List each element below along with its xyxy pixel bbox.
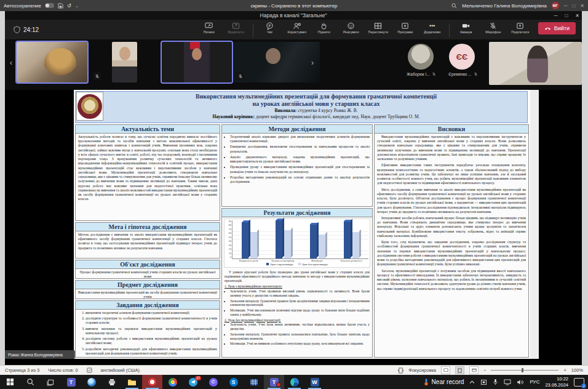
taskbar-printer-icon[interactable]: [101, 375, 122, 389]
taskbar-weather-widget[interactable]: Near record: [424, 378, 464, 386]
snip-tray-icon[interactable]: [480, 379, 487, 385]
apps-button[interactable]: Програми: [392, 22, 418, 34]
video-tile-2[interactable]: [112, 42, 137, 82]
taskbar-spreadsheet-icon[interactable]: [244, 375, 264, 389]
chat-button[interactable]: Чат: [257, 22, 283, 34]
proofing-icon[interactable]: [87, 367, 92, 374]
video-tile-1[interactable]: [17, 42, 87, 82]
teams-maximize-icon[interactable]: □: [565, 13, 568, 18]
raise-hand-button[interactable]: Підняти: [311, 22, 337, 34]
teams-close-icon[interactable]: ✕: [575, 13, 579, 18]
scroll-right-chevron-icon[interactable]: ›: [311, 59, 314, 66]
camera-button[interactable]: Камера: [453, 22, 479, 34]
close-icon[interactable]: ✕: [580, 3, 584, 9]
more-button[interactable]: ••• Додатково: [419, 22, 445, 34]
ribbon-more-icon[interactable]: ⌄: [75, 3, 79, 9]
results-list2-title: 2. Урок без мультимедійної презентації:: [224, 318, 370, 323]
taskbar-viber-icon[interactable]: ✆: [203, 375, 223, 389]
taskbar-teams-active-icon[interactable]: T: [264, 375, 284, 389]
zoom-in-button[interactable]: +: [563, 367, 566, 373]
participant-avatar[interactable]: [408, 44, 434, 70]
scroll-left-chevron-icon[interactable]: ‹: [10, 59, 12, 66]
taskbar-skype-icon[interactable]: S: [223, 375, 244, 389]
shield-icon: [14, 26, 20, 33]
hangup-phone-icon: [544, 26, 551, 31]
section-title: Завдання дослідження: [76, 301, 220, 310]
document-scrollbar-area[interactable]: [530, 90, 539, 359]
taskbar-clock[interactable]: 10:22 23.05.2024: [545, 376, 568, 388]
zoom-slider[interactable]: [491, 370, 558, 371]
view-button[interactable]: Переглянути: [365, 22, 391, 34]
printer-icon: [108, 379, 116, 386]
taskbar-file-explorer-icon[interactable]: [122, 375, 142, 389]
taskbar-blue-app-icon[interactable]: [81, 375, 101, 389]
shared-document-page: Використання мультимедійних презентацій …: [74, 90, 530, 359]
video-tile-large[interactable]: [489, 42, 582, 85]
plus-square-icon: [401, 22, 409, 30]
video-tile-3[interactable]: [162, 42, 232, 82]
result-item: Засвоєння матеріалу. Граматичні правила …: [230, 332, 370, 341]
task-view-button[interactable]: [41, 375, 61, 389]
volume-tray-icon[interactable]: [517, 379, 524, 385]
word-count[interactable]: Число слов: 0: [48, 367, 77, 373]
university-logo: [76, 92, 103, 121]
start-button[interactable]: [0, 375, 20, 389]
taskbar-edge-icon[interactable]: [284, 375, 304, 389]
participant-avatar-initials[interactable]: ЄЄ: [449, 44, 475, 70]
network-tray-icon[interactable]: [504, 379, 511, 385]
zoom-slider-thumb[interactable]: [522, 368, 523, 372]
mic-button[interactable]: Мікрофон: [480, 22, 506, 34]
share-button[interactable]: Поділитися: [507, 22, 533, 34]
action-center-button[interactable]: 2: [574, 378, 584, 387]
print-layout-view-button[interactable]: [455, 366, 464, 374]
slide-column-right: Висновки Використання мультимедійних пре…: [374, 124, 529, 358]
page-indicator[interactable]: Страница 3 из 3: [5, 367, 39, 373]
zoom-out-button[interactable]: −: [483, 367, 486, 373]
taskbar-chrome-icon[interactable]: [162, 375, 183, 389]
web-layout-view-button[interactable]: [469, 366, 479, 374]
taskbar-telegram-icon[interactable]: 27: [183, 375, 203, 389]
language-indicator[interactable]: английский (США): [101, 367, 140, 373]
mic-tray-icon[interactable]: [493, 379, 498, 385]
save-icon[interactable]: [58, 3, 63, 9]
restore-icon[interactable]: □: [572, 3, 575, 9]
grid-view-icon: [374, 22, 382, 30]
keyboard-language[interactable]: РУС: [530, 379, 539, 385]
university-emblem-icon: [77, 94, 102, 119]
folder-icon: [127, 379, 137, 386]
participants-button[interactable]: Користувачі: [284, 22, 310, 34]
chart-bar: [276, 220, 282, 259]
show-hidden-icons-chevron[interactable]: [469, 380, 475, 384]
taskbar-opera-icon[interactable]: [142, 375, 162, 389]
autosave-toggle[interactable]: [45, 3, 54, 8]
method-item: Аналіз дидактичного матеріалу, зокрема м…: [230, 155, 370, 164]
start-recording-button[interactable]: Почати: [196, 22, 222, 34]
minimize-icon[interactable]: ─: [564, 3, 568, 9]
search-icon[interactable]: [451, 3, 457, 9]
chart-bar: [352, 232, 359, 259]
unpin-button[interactable]: Відкріпити: [223, 22, 249, 34]
react-button[interactable]: Реагувати: [338, 22, 364, 34]
read-mode-view-button[interactable]: [441, 366, 450, 374]
user-avatar[interactable]: МГ: [552, 2, 559, 9]
section-title: Мета і гіпотеза дослідження: [76, 223, 220, 231]
video-tile-4[interactable]: [234, 42, 320, 82]
presenter-name-tag: Рожко Жанна Володимирівна: [5, 350, 75, 359]
focus-icon[interactable]: [398, 367, 403, 374]
zoom-level[interactable]: 100%: [571, 367, 583, 373]
chart-plot: [232, 220, 368, 259]
thermometer-icon: [424, 378, 429, 386]
leave-button[interactable]: Вийти: [538, 22, 576, 34]
mic-muted-icon: [474, 72, 478, 76]
taskbar-search-button[interactable]: [20, 375, 41, 389]
slide-title-banner: Використання мультимедійних презентацій …: [75, 91, 528, 123]
weather-label: Near record: [432, 379, 464, 385]
taskbar-teams-icon[interactable]: T: [61, 375, 81, 389]
teams-minimize-icon[interactable]: ─: [554, 13, 558, 18]
focus-label[interactable]: Фокусировка: [408, 367, 436, 373]
undo-icon[interactable]: ↺: [67, 3, 71, 9]
section-body: Процес формування граматичної компетенці…: [76, 269, 220, 278]
shared-screen-stage: Використання мультимедійних презентацій …: [5, 90, 582, 365]
search-icon: [26, 378, 34, 386]
taskbar-word-icon[interactable]: W: [304, 375, 325, 389]
